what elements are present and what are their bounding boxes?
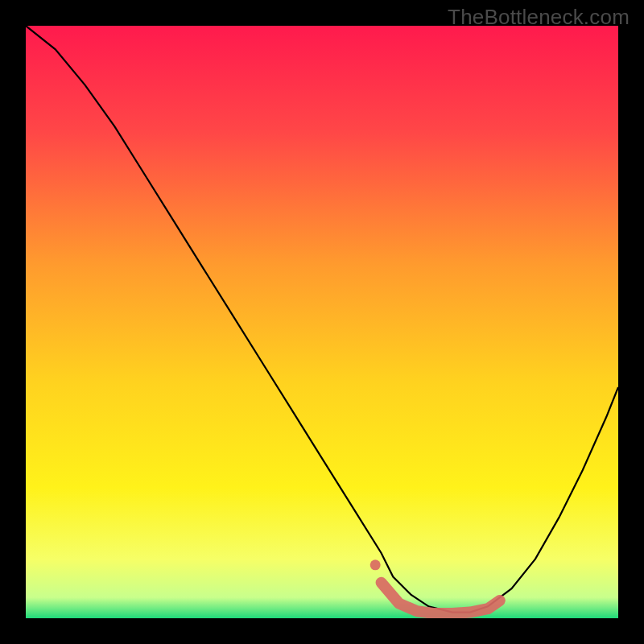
chart-background [26, 26, 618, 618]
chart-frame: TheBottleneck.com [0, 0, 644, 644]
svg-point-0 [370, 559, 381, 570]
chart-svg [26, 26, 618, 618]
plot-area [26, 26, 618, 618]
